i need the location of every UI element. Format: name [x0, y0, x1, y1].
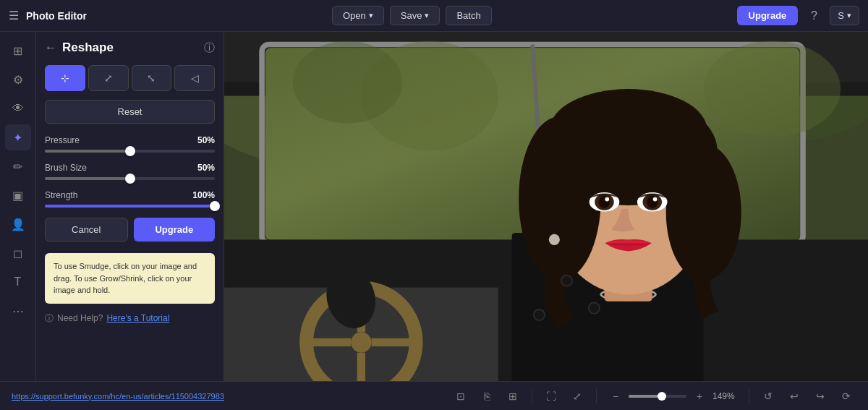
brush-size-value: 50% [197, 163, 215, 173]
reset-button[interactable]: Reset [45, 100, 215, 124]
save-button[interactable]: Save ▾ [390, 6, 441, 25]
svg-point-39 [589, 303, 600, 314]
sparkle-icon[interactable]: ✦ [5, 124, 31, 150]
refresh-icon[interactable]: ↺ [758, 386, 778, 406]
help-prefix: Need Help? [57, 313, 103, 323]
main-area: ⊞ ⚙ 👁 ✦ ✏ ▣ 👤 ◻ T ⋯ ← Reshape ⓘ ⊹ ⤢ ⤡ ◁ … [0, 32, 868, 381]
undo-icon[interactable]: ↩ [784, 386, 804, 406]
pressure-fill [45, 150, 130, 153]
pressure-value: 50% [197, 135, 215, 145]
history-icon[interactable]: ⟳ [836, 386, 856, 406]
brush-size-label: Brush Size [45, 163, 87, 173]
zoom-level: 149% [712, 391, 740, 401]
eye-icon[interactable]: 👁 [5, 95, 31, 121]
expand-tool-button[interactable]: ⤢ [88, 65, 129, 91]
pressure-thumb[interactable] [125, 146, 135, 156]
brush-size-fill [45, 177, 130, 180]
open-button[interactable]: Open ▾ [332, 6, 384, 25]
zoom-out-button[interactable]: − [605, 386, 626, 406]
photo-canvas [224, 32, 868, 381]
tooltip-box: To use Smudge, click on your image and d… [45, 253, 215, 304]
strength-label: Strength [45, 190, 77, 200]
strength-slider[interactable] [45, 205, 215, 208]
divider-2 [596, 389, 597, 403]
svg-point-40 [534, 309, 545, 320]
divider-3 [749, 389, 749, 403]
brush-size-slider[interactable] [45, 177, 215, 180]
panel-header: ← Reshape ⓘ [45, 40, 215, 55]
panel-title: Reshape [62, 40, 114, 55]
zoom-thumb[interactable] [658, 392, 666, 401]
info-icon[interactable]: ⓘ [204, 41, 215, 55]
help-link[interactable]: Here's a Tutorial [106, 313, 169, 323]
tooltip-text: To use Smudge, click on your image and d… [54, 262, 197, 294]
svg-point-15 [351, 332, 371, 352]
brush-size-thumb[interactable] [125, 174, 135, 184]
status-url: https://support.befunky.com/hc/en-us/art… [12, 392, 224, 401]
strength-thumb[interactable] [210, 201, 220, 211]
pressure-label: Pressure [45, 135, 80, 145]
action-buttons: Cancel Upgrade [45, 218, 215, 242]
top-bar-center: Open ▾ Save ▾ Batch [87, 6, 737, 25]
redo-icon[interactable]: ↪ [810, 386, 830, 406]
strength-fill [45, 205, 215, 208]
zoom-in-button[interactable]: + [689, 386, 710, 406]
more-icon[interactable]: ⋯ [5, 298, 31, 324]
bottom-bar: https://support.befunky.com/hc/en-us/art… [0, 381, 868, 410]
canvas-area[interactable] [224, 32, 868, 381]
divider-1 [532, 389, 532, 403]
svg-point-35 [605, 197, 609, 202]
top-bar-left: ☰ Photo Editor [9, 9, 87, 22]
pressure-slider-row: Pressure 50% [45, 135, 215, 153]
zoom-slider[interactable] [629, 395, 686, 398]
info-circle-icon: ⓘ [45, 312, 54, 325]
svg-point-38 [561, 276, 572, 286]
help-button[interactable]: ? [804, 6, 824, 26]
bottom-controls: ⊡ ⎘ ⊞ ⛶ ⤢ − + 149% ↺ ↩ ↪ ⟳ [451, 386, 856, 406]
layers-bottom-icon[interactable]: ⊡ [451, 386, 471, 406]
cancel-button[interactable]: Cancel [45, 218, 128, 242]
zoom-controls: − + 149% [605, 386, 740, 406]
layers-icon[interactable]: ▣ [5, 182, 31, 208]
app-title: Photo Editor [26, 10, 87, 22]
back-button[interactable]: ← [45, 41, 56, 54]
panel-header-left: ← Reshape [45, 40, 114, 55]
top-bar: ☰ Photo Editor Open ▾ Save ▾ Batch Upgra… [0, 0, 868, 32]
strength-slider-row: Strength 100% [45, 190, 215, 208]
fullscreen-icon[interactable]: ⤢ [567, 386, 587, 406]
brush-size-slider-row: Brush Size 50% [45, 163, 215, 180]
tool-buttons: ⊹ ⤢ ⤡ ◁ [45, 65, 215, 91]
top-bar-right: Upgrade ? S ▾ [737, 6, 859, 26]
svg-point-36 [653, 197, 658, 202]
help-text: ⓘ Need Help? Here's a Tutorial [45, 312, 215, 325]
people-icon[interactable]: 👤 [5, 211, 31, 237]
svg-point-37 [549, 234, 560, 245]
reshape-panel: ← Reshape ⓘ ⊹ ⤢ ⤡ ◁ Reset Pressure 50% [36, 32, 224, 381]
svg-point-28 [550, 89, 707, 171]
text-icon[interactable]: T [5, 269, 31, 295]
hamburger-icon[interactable]: ☰ [9, 9, 19, 22]
shrink-tool-button[interactable]: ⤡ [132, 65, 172, 91]
strength-value: 100% [192, 190, 215, 200]
grid-bottom-icon[interactable]: ⊞ [503, 386, 523, 406]
svg-point-42 [293, 41, 402, 124]
erase-tool-button[interactable]: ◁ [174, 65, 215, 91]
copy-bottom-icon[interactable]: ⎘ [477, 386, 497, 406]
svg-point-43 [704, 41, 841, 137]
smudge-tool-button[interactable]: ⊹ [45, 65, 85, 91]
pressure-slider[interactable] [45, 150, 215, 153]
left-sidebar: ⊞ ⚙ 👁 ✦ ✏ ▣ 👤 ◻ T ⋯ [0, 32, 36, 381]
fit-icon[interactable]: ⛶ [541, 386, 561, 406]
batch-button[interactable]: Batch [446, 6, 491, 25]
upgrade-action-button[interactable]: Upgrade [134, 218, 216, 242]
user-avatar-button[interactable]: S ▾ [830, 6, 859, 25]
brush-icon[interactable]: ✏ [5, 153, 31, 179]
sliders-icon[interactable]: ⚙ [5, 67, 31, 93]
upgrade-button[interactable]: Upgrade [737, 6, 799, 25]
shapes-icon[interactable]: ◻ [5, 240, 31, 266]
grid-icon[interactable]: ⊞ [5, 38, 31, 64]
